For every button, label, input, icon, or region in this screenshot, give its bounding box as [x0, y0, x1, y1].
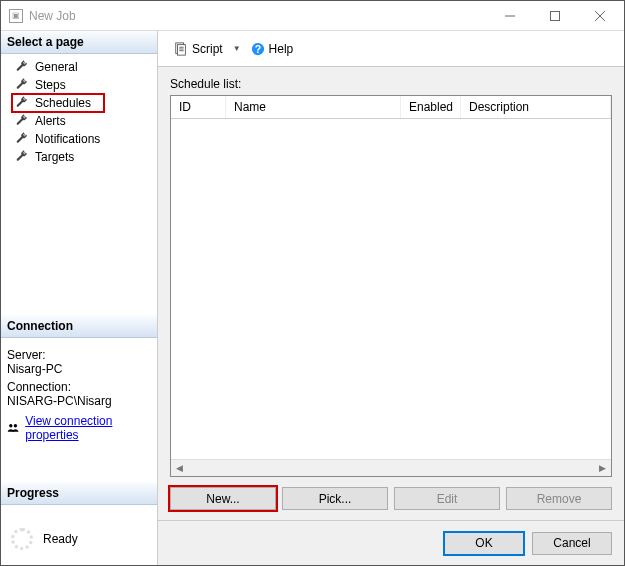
scroll-track[interactable]: [188, 460, 594, 476]
sidebar-item-label: General: [35, 60, 78, 74]
schedule-list-grid[interactable]: ID Name Enabled Description ◀ ▶: [170, 95, 612, 477]
select-page-header: Select a page: [1, 31, 157, 54]
scroll-left-arrow[interactable]: ◀: [171, 460, 188, 477]
page-nav-list: General Steps Schedules Alerts Notificat…: [1, 54, 157, 170]
svg-point-5: [14, 424, 17, 427]
help-button[interactable]: ? Help: [245, 39, 300, 59]
grid-body: [171, 119, 611, 459]
script-button[interactable]: Script: [168, 39, 229, 59]
script-label: Script: [192, 42, 223, 56]
wrench-icon: [15, 78, 29, 92]
app-icon: ▣: [9, 9, 23, 23]
wrench-icon: [15, 114, 29, 128]
svg-text:?: ?: [254, 42, 260, 54]
connection-value: NISARG-PC\Nisarg: [7, 394, 151, 408]
sidebar-item-alerts[interactable]: Alerts: [1, 112, 157, 130]
column-description[interactable]: Description: [461, 96, 611, 118]
column-enabled[interactable]: Enabled: [401, 96, 461, 118]
grid-button-row: New... Pick... Edit Remove: [170, 487, 612, 510]
column-name[interactable]: Name: [226, 96, 401, 118]
edit-button[interactable]: Edit: [394, 487, 500, 510]
toolbar: Script ▼ ? Help: [158, 31, 624, 67]
server-value: Nisarg-PC: [7, 362, 151, 376]
pick-button[interactable]: Pick...: [282, 487, 388, 510]
wrench-icon: [15, 96, 29, 110]
help-icon: ?: [251, 42, 265, 56]
svg-rect-7: [178, 44, 186, 55]
sidebar-item-targets[interactable]: Targets: [1, 148, 157, 166]
wrench-icon: [15, 132, 29, 146]
right-panel: Script ▼ ? Help Schedule list: ID Name E…: [158, 31, 624, 565]
script-dropdown-arrow[interactable]: ▼: [233, 44, 241, 53]
grid-header: ID Name Enabled Description: [171, 96, 611, 119]
progress-section: Ready: [1, 505, 157, 565]
column-id[interactable]: ID: [171, 96, 226, 118]
view-connection-properties-link[interactable]: View connection properties: [25, 414, 151, 442]
title-bar: ▣ New Job: [1, 1, 624, 31]
sidebar-item-label: Notifications: [35, 132, 100, 146]
sidebar-item-steps[interactable]: Steps: [1, 76, 157, 94]
connection-label: Connection:: [7, 380, 151, 394]
scroll-right-arrow[interactable]: ▶: [594, 460, 611, 477]
horizontal-scrollbar[interactable]: ◀ ▶: [171, 459, 611, 476]
sidebar-item-schedules[interactable]: Schedules: [1, 94, 157, 112]
svg-rect-1: [550, 11, 559, 20]
connection-section: Server: Nisarg-PC Connection: NISARG-PC\…: [1, 338, 157, 452]
connection-header: Connection: [1, 315, 157, 338]
new-button[interactable]: New...: [170, 487, 276, 510]
server-label: Server:: [7, 348, 151, 362]
svg-point-4: [9, 424, 12, 427]
left-panel: Select a page General Steps Schedules Al…: [1, 31, 158, 565]
wrench-icon: [15, 150, 29, 164]
sidebar-item-label: Alerts: [35, 114, 66, 128]
sidebar-item-label: Steps: [35, 78, 66, 92]
close-button[interactable]: [577, 1, 622, 30]
cancel-button[interactable]: Cancel: [532, 532, 612, 555]
sidebar-item-general[interactable]: General: [1, 58, 157, 76]
script-icon: [174, 42, 188, 56]
people-icon: [7, 421, 19, 435]
progress-spinner-icon: [11, 528, 33, 550]
window-controls: [487, 1, 622, 30]
help-label: Help: [269, 42, 294, 56]
wrench-icon: [15, 60, 29, 74]
progress-header: Progress: [1, 482, 157, 505]
schedule-list-label: Schedule list:: [170, 77, 612, 91]
sidebar-item-notifications[interactable]: Notifications: [1, 130, 157, 148]
content-area: Schedule list: ID Name Enabled Descripti…: [158, 67, 624, 520]
window-title: New Job: [29, 9, 487, 23]
ok-button[interactable]: OK: [444, 532, 524, 555]
sidebar-item-label: Targets: [35, 150, 74, 164]
sidebar-item-label: Schedules: [35, 96, 91, 110]
maximize-button[interactable]: [532, 1, 577, 30]
remove-button[interactable]: Remove: [506, 487, 612, 510]
minimize-button[interactable]: [487, 1, 532, 30]
dialog-footer: OK Cancel: [158, 520, 624, 565]
progress-status: Ready: [43, 532, 78, 546]
